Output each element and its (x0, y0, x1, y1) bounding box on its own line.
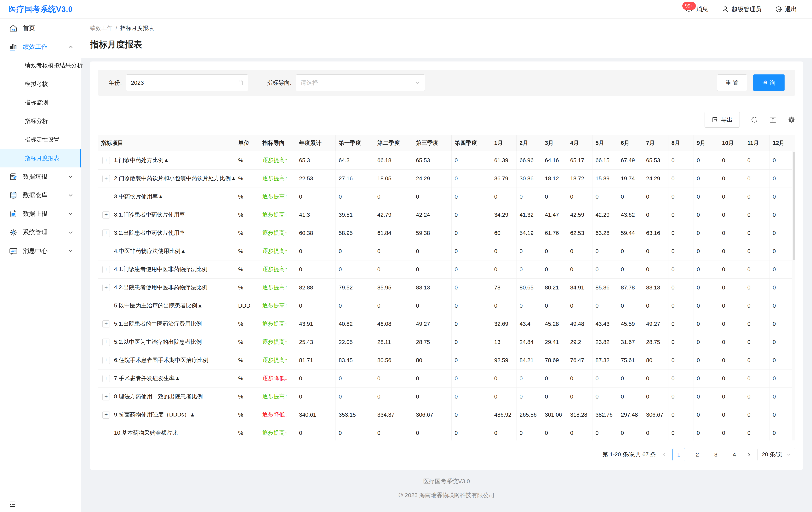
value-cell: 0 (643, 424, 668, 440)
table-row: +3.1.门诊患者中药饮片使用率%逐步提高↑41.339.5142.7942.2… (98, 206, 795, 224)
value-cell: 0 (413, 297, 452, 315)
indicator-name-cell: 3.中药饮片使用率▲ (98, 188, 235, 206)
year-picker[interactable] (126, 75, 248, 91)
scrollbar-thumb[interactable] (793, 152, 795, 260)
expand-row-button[interactable]: + (103, 266, 110, 273)
value-cell: 80.65 (516, 278, 542, 297)
direction-select[interactable]: 请选择 (296, 75, 425, 91)
user-name: 超级管理员 (732, 5, 761, 14)
indicator-name-cell: +2.门诊散装中药饮片和小包装中药饮片处方比例▲ (98, 169, 235, 188)
table-scrollbar[interactable] (792, 135, 795, 440)
value-cell: 265.56 (516, 406, 542, 424)
page-button-2[interactable]: 2 (691, 448, 704, 461)
sidebar-group-data-fill[interactable]: 数据填报 (0, 167, 81, 186)
value-cell: 28.75 (643, 333, 668, 351)
sidebar-group-system[interactable]: 系统管理 (0, 223, 81, 242)
reset-button[interactable]: 重 置 (717, 75, 747, 91)
expand-row-button[interactable]: + (103, 230, 110, 237)
value-cell: 41.3 (296, 206, 336, 224)
expand-row-button[interactable]: + (103, 175, 110, 182)
value-cell: 0 (542, 369, 567, 387)
sidebar-group-message-center[interactable]: 消息中心 (0, 242, 81, 260)
value-cell: 0 (643, 387, 668, 406)
value-cell: 40.82 (336, 315, 374, 333)
column-header-8: 1月 (491, 135, 516, 151)
value-cell: 0 (491, 297, 516, 315)
sidebar-group-data-report[interactable]: 数据上报 (0, 205, 81, 223)
page-size-select[interactable]: 20 条/页 (757, 448, 795, 461)
expand-row-button[interactable]: + (103, 411, 110, 419)
value-cell: 80 (643, 351, 668, 369)
expand-row-button[interactable]: + (103, 357, 110, 364)
value-cell: 0 (618, 260, 643, 278)
indicator-direction: 逐步提高↑ (262, 357, 288, 363)
value-cell: 41.32 (516, 206, 542, 224)
sidebar-group-data-warehouse[interactable]: 数据仓库 (0, 186, 81, 205)
value-cell: 353.15 (336, 406, 374, 424)
page-button-4[interactable]: 4 (728, 448, 741, 461)
value-cell: 18.05 (374, 169, 413, 188)
value-cell: 0 (452, 278, 491, 297)
expand-row-button[interactable]: + (103, 157, 110, 164)
expand-row-button[interactable]: + (103, 320, 110, 328)
breadcrumb-parent[interactable]: 绩效工作 (90, 24, 113, 32)
value-cell: 24.84 (516, 333, 542, 351)
refresh-icon[interactable] (751, 116, 758, 124)
sidebar-item-perf-sim-result[interactable]: 绩效考核模拟结果分析 (0, 56, 81, 75)
value-cell: 0 (516, 424, 542, 440)
sidebar-item-indicator-setting[interactable]: 指标定性设置 (0, 130, 81, 149)
sidebar-item-indicator-monitor[interactable]: 指标监测 (0, 93, 81, 112)
export-icon (712, 116, 718, 123)
value-cell: 0 (452, 315, 491, 333)
menu-fold-icon[interactable] (8, 501, 16, 508)
value-cell: 42.24 (413, 206, 452, 224)
user-entry[interactable]: 超级管理员 (715, 5, 768, 14)
page-button-1[interactable]: 1 (672, 448, 685, 461)
unit-cell: % (235, 224, 259, 242)
indicator-name: 9.抗菌药物使用强度（DDDs）▲ (114, 411, 195, 417)
sidebar-group-performance[interactable]: 绩效工作 (0, 37, 81, 56)
sidebar-item-home[interactable]: 首页 (0, 19, 81, 37)
sidebar-item-indicator-analysis[interactable]: 指标分析 (0, 112, 81, 130)
value-cell: 0 (592, 424, 618, 440)
expand-row-button[interactable]: + (103, 339, 110, 346)
value-cell: 0 (744, 278, 770, 297)
sidebar-item-monthly-report[interactable]: 指标月度报表 (0, 149, 81, 167)
logout-button[interactable]: 退出 (768, 5, 804, 14)
column-height-icon[interactable] (769, 116, 777, 124)
expand-row-button[interactable]: + (103, 211, 110, 219)
value-cell: 0 (592, 369, 618, 387)
prev-page-button[interactable] (662, 452, 667, 457)
value-cell: 41.47 (542, 206, 567, 224)
next-page-button[interactable] (747, 452, 752, 457)
value-cell: 0 (374, 260, 413, 278)
database-icon (9, 191, 18, 200)
expand-row-button[interactable]: + (103, 284, 110, 291)
page-button-3[interactable]: 3 (709, 448, 722, 461)
value-cell: 0 (516, 369, 542, 387)
value-cell: 49.27 (643, 315, 668, 333)
value-cell: 0 (668, 424, 694, 440)
bar-chart-icon (9, 42, 18, 51)
export-button[interactable]: 导出 (704, 112, 740, 128)
value-cell: 0 (744, 169, 770, 188)
query-button[interactable]: 查 询 (753, 75, 785, 91)
message-icon (9, 246, 18, 255)
value-cell: 0 (516, 188, 542, 206)
settings-icon[interactable] (788, 116, 795, 124)
form-edit-icon (9, 172, 18, 181)
sidebar-item-sim-assess[interactable]: 模拟考核 (0, 75, 81, 93)
value-cell: 0 (567, 188, 592, 206)
value-cell: 0 (719, 151, 744, 169)
value-cell: 23.82 (592, 333, 618, 351)
expand-row-button[interactable]: + (103, 375, 110, 382)
value-cell: 45.59 (618, 315, 643, 333)
messages-entry[interactable]: 99+ 消息 (678, 5, 715, 14)
value-cell: 66.15 (592, 151, 618, 169)
sidebar-item-label: 模拟考核 (25, 80, 48, 88)
direction-cell: 逐步提高↑ (259, 351, 296, 369)
year-input[interactable] (131, 79, 237, 86)
value-cell: 0 (491, 387, 516, 406)
expand-row-button[interactable]: + (103, 393, 110, 400)
value-cell: 83.13 (413, 278, 452, 297)
